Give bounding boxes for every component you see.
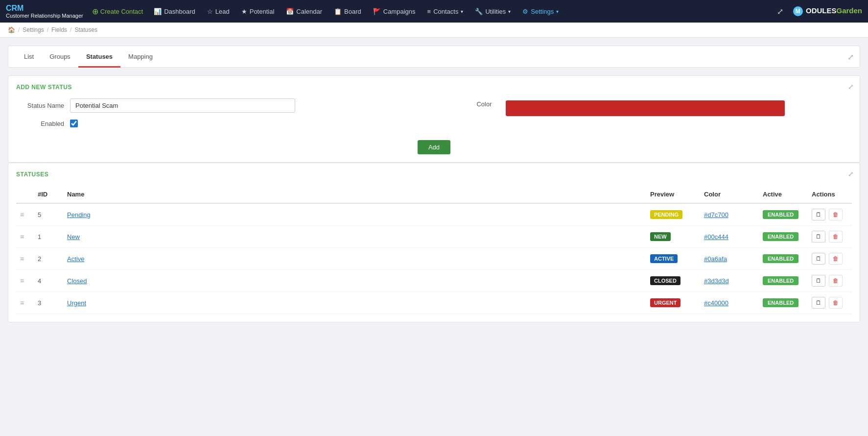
enabled-checkbox[interactable] [70, 120, 78, 127]
color-hex-link[interactable]: #3d3d3d [704, 277, 729, 285]
edit-button[interactable]: 🗒 [812, 231, 825, 242]
active-badge: ENABLED [763, 210, 798, 219]
nav-potential[interactable]: ★ Potential [235, 0, 281, 23]
row-color: #00c444 [700, 226, 759, 248]
row-color: #0a6afa [700, 248, 759, 270]
drag-handle[interactable]: ≡ [16, 292, 34, 314]
drag-handle[interactable]: ≡ [16, 270, 34, 292]
delete-button[interactable]: 🗑 [829, 275, 843, 287]
enabled-row: Enabled [16, 120, 424, 127]
edit-button[interactable]: 🗒 [812, 209, 825, 220]
tab-list[interactable]: List [16, 46, 42, 68]
nav-calendar[interactable]: 📅 Calendar [280, 0, 328, 23]
modules-garden-icon: M [793, 6, 803, 16]
utilities-dropdown-icon: ▾ [508, 9, 511, 14]
th-actions: Actions [808, 186, 852, 203]
create-contact-label: Create Contact [100, 8, 143, 15]
breadcrumb: 🏠 / Settings / Fields / Statuses [0, 23, 868, 38]
status-name-input[interactable] [70, 98, 295, 113]
drag-handle[interactable]: ≡ [16, 226, 34, 248]
table-header-row: #ID Name Preview Color Active Actions [16, 186, 852, 203]
name-link[interactable]: Closed [67, 277, 87, 285]
status-name-label: Status Name [16, 102, 70, 109]
enabled-label: Enabled [16, 120, 70, 127]
name-link[interactable]: Active [67, 255, 84, 263]
row-color: #d7c700 [700, 203, 759, 226]
color-hex-link[interactable]: #0a6afa [704, 255, 727, 263]
drag-icon: ≡ [20, 299, 24, 307]
row-actions: 🗒 🗑 [808, 226, 852, 248]
add-button[interactable]: Add [418, 140, 450, 154]
delete-button[interactable]: 🗑 [829, 209, 843, 220]
tabs-expand-button[interactable]: ⤢ [847, 52, 854, 61]
drag-icon: ≡ [20, 255, 24, 263]
th-drag [16, 186, 34, 203]
main-content: List Groups Statuses Mapping ⤢ ADD NEW S… [0, 38, 868, 330]
color-hex-link[interactable]: #00c444 [704, 233, 728, 241]
nav-utilities-label: Utilities [485, 8, 506, 15]
create-contact-button[interactable]: ⊕ Create Contact [92, 7, 143, 16]
edit-button[interactable]: 🗒 [812, 297, 825, 309]
add-status-title: ADD NEW STATUS [16, 84, 852, 91]
row-id: 2 [34, 248, 63, 270]
contacts-dropdown-icon: ▾ [461, 9, 463, 14]
nav-contacts[interactable]: ≡ Contacts ▾ [422, 0, 469, 23]
row-active: ENABLED [759, 226, 808, 248]
brand-name: CRM [6, 4, 83, 13]
sep1: / [18, 26, 20, 33]
nav-campaigns[interactable]: 🚩 Campaigns [367, 0, 422, 23]
brand-subtitle: Customer Relationship Manager [6, 13, 83, 19]
active-badge: ENABLED [763, 298, 798, 307]
row-name: New [63, 226, 646, 248]
name-link[interactable]: Urgent [67, 299, 86, 307]
calendar-icon: 📅 [286, 8, 294, 15]
name-link[interactable]: New [67, 233, 80, 241]
modules-garden-text: ODULES [806, 6, 837, 15]
row-active: ENABLED [759, 248, 808, 270]
th-preview: Preview [646, 186, 700, 203]
home-icon[interactable]: 🏠 [8, 26, 15, 33]
edit-button[interactable]: 🗒 [812, 275, 825, 287]
statuses-expand-button[interactable]: ⤢ [848, 170, 854, 178]
tabs-container: List Groups Statuses Mapping ⤢ [8, 46, 860, 68]
plus-icon: ⊕ [92, 7, 98, 16]
delete-button[interactable]: 🗑 [829, 297, 843, 309]
tab-statuses[interactable]: Statuses [78, 46, 120, 68]
row-actions: 🗒 🗑 [808, 292, 852, 314]
row-color: #3d3d3d [700, 270, 759, 292]
color-hex-link[interactable]: #d7c700 [704, 211, 728, 218]
campaigns-icon: 🚩 [373, 8, 381, 15]
statuses-panel: STATUSES ⤢ #ID Name Preview Color Active… [8, 163, 860, 322]
name-link[interactable]: Pending [67, 211, 91, 218]
tab-groups[interactable]: Groups [42, 46, 78, 68]
add-status-expand-button[interactable]: ⤢ [848, 83, 854, 91]
color-picker-bar[interactable] [506, 100, 785, 116]
row-color: #c40000 [700, 292, 759, 314]
edit-button[interactable]: 🗒 [812, 253, 825, 265]
table-row: ≡ 1 New NEW #00c444 ENABLED 🗒 🗑 [16, 226, 852, 248]
utilities-icon: 🔧 [475, 8, 483, 15]
nav-dashboard[interactable]: 📊 Dashboard [148, 0, 201, 23]
preview-badge: CLOSED [650, 276, 680, 285]
delete-button[interactable]: 🗑 [829, 253, 843, 265]
nav-board[interactable]: 📋 Board [328, 0, 367, 23]
row-actions: 🗒 🗑 [808, 203, 852, 226]
color-label: Color [444, 100, 498, 108]
nav-utilities[interactable]: 🔧 Utilities ▾ [469, 0, 516, 23]
table-row: ≡ 5 Pending PENDING #d7c700 ENABLED 🗒 🗑 [16, 203, 852, 226]
nav-lead[interactable]: ☆ Lead [201, 0, 235, 23]
th-name: Name [63, 186, 646, 203]
delete-button[interactable]: 🗑 [829, 231, 843, 242]
row-id: 3 [34, 292, 63, 314]
breadcrumb-fields[interactable]: Fields [51, 26, 67, 33]
nav-settings[interactable]: ⚙ Settings ▾ [516, 0, 564, 23]
row-name: Pending [63, 203, 646, 226]
fullscreen-button[interactable]: ⤢ [777, 7, 783, 16]
drag-handle[interactable]: ≡ [16, 203, 34, 226]
tab-mapping[interactable]: Mapping [120, 46, 161, 68]
active-badge: ENABLED [763, 276, 798, 285]
table-row: ≡ 4 Closed CLOSED #3d3d3d ENABLED 🗒 🗑 [16, 270, 852, 292]
color-hex-link[interactable]: #c40000 [704, 299, 728, 307]
breadcrumb-settings[interactable]: Settings [23, 26, 44, 33]
drag-handle[interactable]: ≡ [16, 248, 34, 270]
